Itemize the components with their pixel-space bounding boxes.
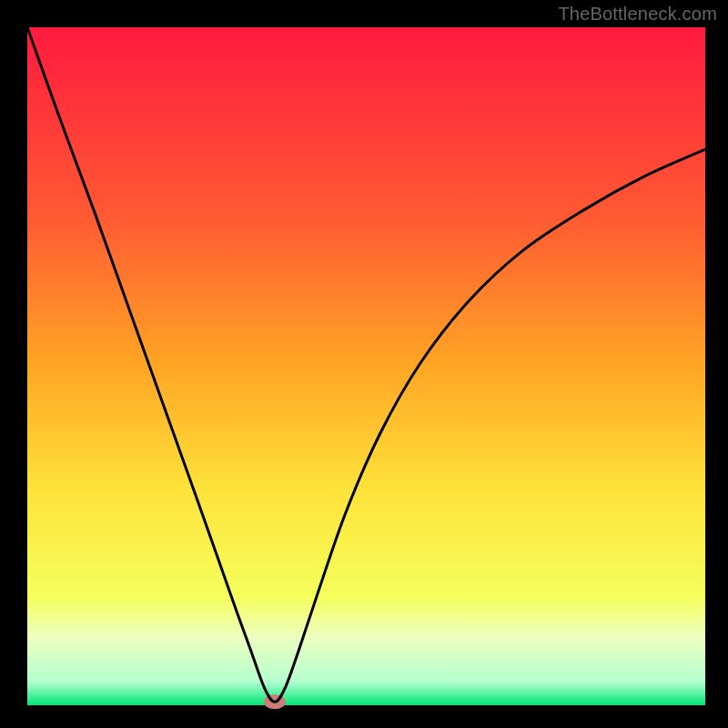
- bottleneck-chart: [0, 0, 728, 728]
- watermark-text: TheBottleneck.com: [558, 4, 717, 25]
- gradient-background: [27, 27, 705, 705]
- chart-container: TheBottleneck.com: [0, 0, 728, 728]
